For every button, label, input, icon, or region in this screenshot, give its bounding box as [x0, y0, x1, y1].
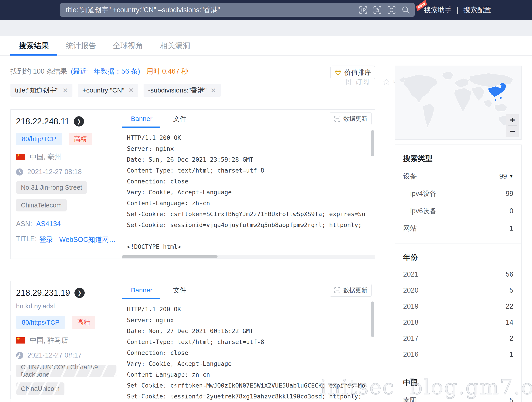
search-bar[interactable]: title:"知道创宇" +country:"CN" –subdivisions…	[60, 3, 415, 17]
horizontal-scrollbar[interactable]	[122, 255, 375, 259]
clock-icon	[16, 168, 23, 176]
tab-global-view[interactable]: 全球视角	[104, 36, 152, 56]
filter-chip-subdivisions[interactable]: -subdivisions:"香港" ✕	[144, 84, 221, 97]
facet-row-ipv6[interactable]: ipv6设备 0	[403, 206, 513, 216]
facet-row-2017[interactable]: 2017 2	[403, 334, 513, 342]
search-config-link[interactable]: 搜索配置	[463, 6, 491, 14]
close-icon[interactable]: ✕	[63, 87, 68, 94]
banner-line: Date: Sun, 26 Dec 2021 23:59:28 GMT	[127, 156, 368, 167]
code-scope-icon[interactable]	[387, 6, 396, 14]
facet-label: 网站	[403, 224, 417, 233]
facet-row-device[interactable]: 设备 99▼	[403, 172, 513, 181]
org-chip: CHINA UNICOM China169 Backbone	[16, 365, 116, 377]
banner-line: Date: Mon, 27 Dec 2021 00:16:22 GMT	[127, 327, 368, 338]
facet-row-website[interactable]: 网站 1	[403, 224, 513, 233]
facet-value: 99	[506, 190, 513, 198]
result-card: 218.22.248.11 ❯ 80/http/TCP 高精 ★ 中国, 亳州 …	[10, 109, 375, 259]
data-update-button[interactable]: 数据更新	[330, 284, 372, 297]
result-timestamp: 2021-12-27 08:17	[27, 351, 82, 359]
facet-row-2019[interactable]: 2019 22	[403, 302, 513, 310]
vertical-scrollbar[interactable]	[371, 301, 374, 337]
port-protocol-tag[interactable]: 80/http/TCP	[16, 133, 62, 145]
result-ip[interactable]: 218.29.231.19	[16, 288, 70, 298]
tab-banner[interactable]: Banner	[131, 281, 152, 299]
close-icon[interactable]: ✕	[128, 87, 134, 94]
chevron-down-icon[interactable]: ▼	[509, 174, 513, 179]
map-zoom-controls: + −	[506, 114, 519, 137]
search-input[interactable]: title:"知道创宇" +country:"CN" –subdivisions…	[60, 5, 359, 15]
banner-content[interactable]: HTTP/1.1 200 OK Server: nginx Date: Sun,…	[122, 128, 370, 255]
tab-statistics-report[interactable]: 统计报告	[57, 36, 104, 56]
tab-file[interactable]: 文件	[173, 281, 186, 299]
facet-value: 5	[510, 396, 513, 402]
value-sort-button[interactable]: 价值排序	[330, 66, 375, 79]
header-band	[0, 20, 532, 36]
banner-line: Content-Language: zh-cn	[127, 200, 368, 211]
close-icon[interactable]: ✕	[211, 87, 216, 94]
scrollbar-thumb[interactable]	[122, 255, 218, 258]
facet-row-2020[interactable]: 2020 5	[403, 286, 513, 294]
zoom-out-button[interactable]: −	[506, 126, 519, 137]
recent-data-link[interactable]: (最近一年数据：56 条)	[71, 67, 140, 75]
port-protocol-tag[interactable]: 80/https/TCP	[16, 316, 65, 329]
result-ip[interactable]: 218.22.248.11	[16, 117, 69, 126]
filter-chip-title[interactable]: title:"知道创宇" ✕	[10, 84, 72, 97]
result-hostname[interactable]: hn.kd.ny.adsl	[16, 302, 116, 310]
tab-file[interactable]: 文件	[173, 110, 186, 128]
banner-line: Content-Type: text/html; charset=utf-8	[127, 338, 368, 349]
facet-row-nanyang[interactable]: 南阳 5	[403, 396, 513, 402]
isp-chip: ChinaUnicom	[16, 383, 64, 395]
open-detail-button[interactable]: ❯	[74, 116, 84, 127]
ip-scope-icon[interactable]	[359, 6, 367, 14]
filter-chip-country[interactable]: +country:"CN" ✕	[78, 84, 138, 97]
world-map-svg	[395, 66, 522, 140]
banner-line: Set-Cookie: csrftoken=MwJQ0zIkON07E5WiX2…	[127, 382, 368, 393]
facet-label: 2020	[403, 286, 418, 294]
results-summary: 找到约 100 条结果 (最近一年数据：56 条) 用时 0.467 秒	[10, 67, 188, 76]
file-scope-icon[interactable]	[373, 6, 382, 14]
facet-label: ipv4设备	[410, 189, 437, 198]
facet-title-search-type: 搜索类型	[403, 145, 513, 164]
filter-chip-label: -subdivisions:"香港"	[148, 86, 206, 95]
data-update-button[interactable]: 数据更新	[330, 112, 372, 125]
facet-title-year: 年份	[403, 243, 513, 262]
facet-row-2016[interactable]: 2016 1	[403, 351, 513, 358]
scan-icon	[334, 287, 341, 294]
data-update-label: 数据更新	[343, 115, 367, 123]
active-tab-underline	[122, 127, 160, 128]
tab-search-results[interactable]: 搜索结果	[10, 36, 57, 56]
banner-line: Connection: close	[127, 349, 368, 360]
banner-line: Set-Cookie: sessionid=2yuetrek78xg19ahzv…	[127, 393, 368, 402]
result-card-info: 218.29.231.19 ❯ hn.kd.ny.adsl 80/https/T…	[11, 281, 122, 402]
tab-related-vulnerabilities[interactable]: 相关漏洞	[152, 36, 199, 56]
zoom-in-button[interactable]: +	[506, 114, 519, 125]
banner-line: HTTP/1.1 200 OK	[127, 306, 368, 317]
title-link[interactable]: 登录 - WebSOC知道网站立...	[39, 235, 116, 244]
search-icon[interactable]	[401, 6, 410, 14]
vertical-scrollbar[interactable]	[371, 130, 374, 156]
result-tabs: 搜索结果 统计报告 全球视角 相关漏洞	[10, 36, 199, 56]
facet-value: 56	[506, 270, 513, 278]
search-assistant-link[interactable]: 搜索助手	[424, 6, 452, 14]
banner-content[interactable]: HTTP/1.1 200 OK Server: nginx Date: Mon,…	[122, 300, 370, 402]
facet-label: 2021	[403, 270, 418, 278]
assistant-separator: |	[457, 6, 458, 14]
tab-banner[interactable]: Banner	[131, 110, 152, 128]
banner-panel: Banner 文件 数据更新 HTTP/1.1 200 OK Server: n…	[122, 110, 375, 259]
filter-chip-label: title:"知道创宇"	[15, 86, 58, 95]
open-detail-button[interactable]: ❯	[75, 288, 85, 298]
facet-label: 2019	[403, 302, 418, 310]
facet-row-ipv4[interactable]: ipv4设备 99	[403, 189, 513, 198]
facet-label: 2017	[403, 334, 418, 342]
facet-row-2021[interactable]: 2021 56	[403, 270, 513, 278]
value-sort-label: 价值排序	[344, 68, 371, 77]
china-flag-icon: ★	[16, 154, 25, 160]
asn-label: ASN:	[16, 220, 32, 228]
facet-label: 2018	[403, 318, 418, 326]
facet-value: 5	[510, 286, 513, 294]
asn-link[interactable]: AS4134	[36, 220, 61, 228]
world-map[interactable]: + −	[395, 66, 522, 140]
result-timestamp: 2021-12-27 08:18	[27, 168, 82, 176]
facet-row-2018[interactable]: 2018 14	[403, 318, 513, 326]
facet-value: 1	[510, 351, 513, 358]
